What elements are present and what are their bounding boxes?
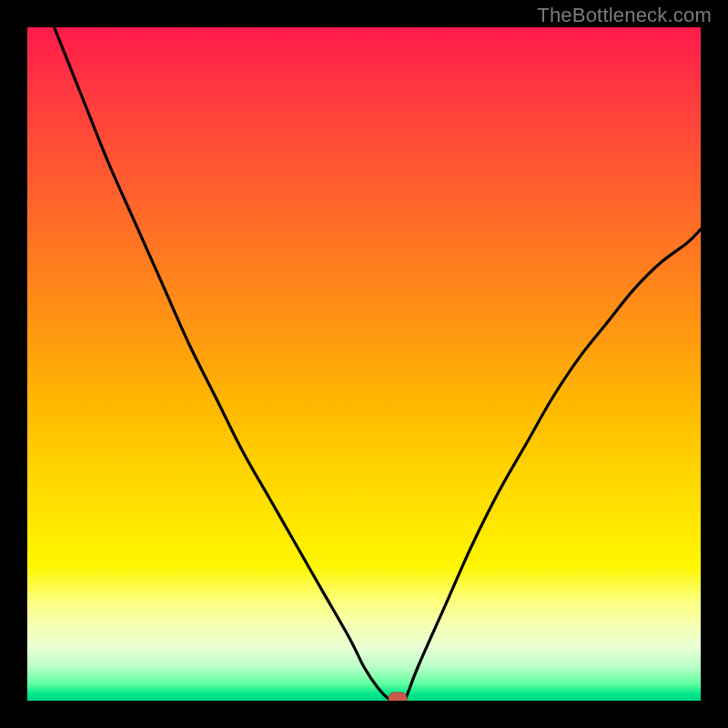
bottleneck-curve [55, 27, 701, 701]
chart-frame: TheBottleneck.com [0, 0, 728, 728]
curve-layer [27, 27, 701, 701]
plot-area [27, 27, 701, 701]
watermark-text: TheBottleneck.com [537, 4, 712, 27]
optimum-marker [389, 693, 407, 701]
